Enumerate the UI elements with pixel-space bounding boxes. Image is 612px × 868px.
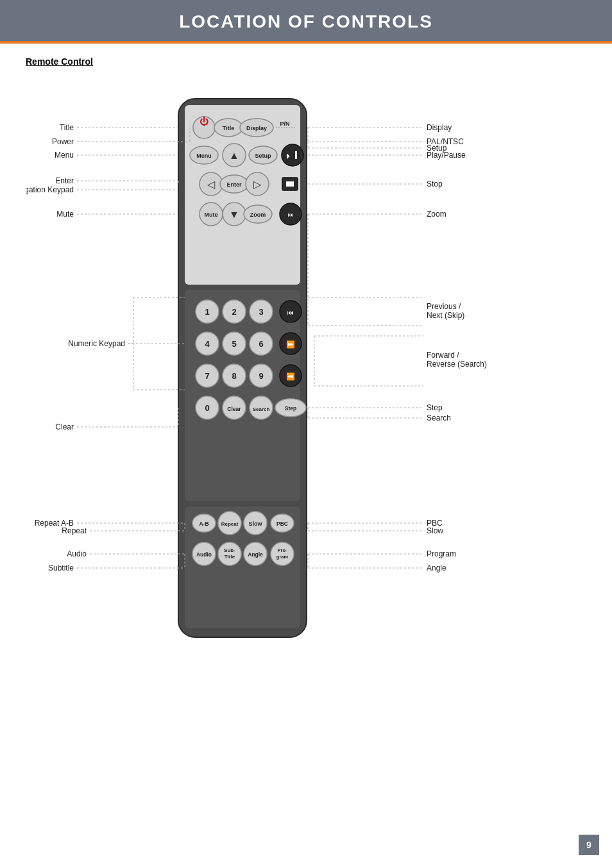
svg-text:Zoom: Zoom xyxy=(427,210,446,219)
content-area: Remote Control ⏻ Title Display P/N Menu … xyxy=(0,44,612,676)
svg-text:P/N: P/N xyxy=(280,121,289,127)
svg-text:Stop: Stop xyxy=(427,179,443,188)
svg-text:gram: gram xyxy=(276,554,289,560)
svg-text:▲: ▲ xyxy=(229,150,239,161)
svg-text:3: 3 xyxy=(259,307,263,317)
svg-text:▷: ▷ xyxy=(253,179,262,190)
svg-text:1: 1 xyxy=(205,307,209,317)
svg-text:Title: Title xyxy=(60,123,74,132)
svg-text:Play/Pause: Play/Pause xyxy=(427,151,466,160)
svg-text:8: 8 xyxy=(232,371,236,381)
svg-text:Clear: Clear xyxy=(55,422,74,431)
svg-text:▼: ▼ xyxy=(229,209,239,220)
svg-rect-25 xyxy=(286,181,294,187)
svg-text:Angle: Angle xyxy=(427,563,446,572)
svg-text:Slow: Slow xyxy=(248,521,262,527)
svg-text:Step: Step xyxy=(285,405,296,412)
svg-text:Menu: Menu xyxy=(196,153,212,159)
svg-text:⏮: ⏮ xyxy=(287,309,294,316)
remote-diagram: ⏻ Title Display P/N Menu ▲ Setup ⏵❙ ◁ En… xyxy=(26,86,586,663)
svg-text:Slow: Slow xyxy=(427,526,443,535)
svg-text:5: 5 xyxy=(232,339,236,349)
svg-text:Clear: Clear xyxy=(227,406,241,412)
svg-text:Mute: Mute xyxy=(56,210,74,219)
svg-text:Menu: Menu xyxy=(55,151,74,160)
svg-text:Enter: Enter xyxy=(55,176,74,185)
svg-text:Program: Program xyxy=(427,549,456,558)
svg-text:Reverse (Search): Reverse (Search) xyxy=(427,360,487,369)
svg-text:Pro-: Pro- xyxy=(278,547,288,553)
svg-text:Search: Search xyxy=(253,406,270,412)
page-title: LOCATION OF CONTROLS xyxy=(0,12,612,32)
svg-text:Sub-: Sub- xyxy=(224,547,235,553)
svg-text:◁: ◁ xyxy=(207,179,216,190)
svg-text:Audio: Audio xyxy=(67,549,87,558)
svg-text:Repeat: Repeat xyxy=(221,521,239,527)
svg-text:Zoom: Zoom xyxy=(250,212,266,218)
svg-text:Title: Title xyxy=(223,125,234,131)
svg-text:Angle: Angle xyxy=(248,551,263,558)
svg-text:⏭: ⏭ xyxy=(288,212,294,218)
svg-text:Forward /: Forward / xyxy=(427,351,459,360)
svg-text:Setup: Setup xyxy=(255,153,271,159)
svg-text:0: 0 xyxy=(205,403,209,413)
svg-text:Enter: Enter xyxy=(226,181,242,188)
section-title: Remote Control xyxy=(26,56,586,67)
svg-text:Numeric Keypad: Numeric Keypad xyxy=(68,339,125,348)
svg-text:Previous /: Previous / xyxy=(427,302,461,311)
page-number: 9 xyxy=(579,835,599,855)
svg-text:Audio: Audio xyxy=(196,551,212,558)
svg-text:4: 4 xyxy=(205,339,210,349)
svg-text:Display: Display xyxy=(246,125,267,131)
svg-text:2: 2 xyxy=(232,307,236,317)
svg-text:Mute: Mute xyxy=(205,212,218,218)
svg-text:⏵❙: ⏵❙ xyxy=(285,151,300,160)
svg-text:Next (Skip): Next (Skip) xyxy=(427,311,464,320)
svg-text:⏪: ⏪ xyxy=(286,372,295,381)
svg-text:Subtitle: Subtitle xyxy=(48,563,74,572)
svg-text:Search: Search xyxy=(427,413,451,422)
svg-text:9: 9 xyxy=(259,371,263,381)
svg-text:PBC: PBC xyxy=(276,521,288,527)
svg-text:Power: Power xyxy=(52,137,74,146)
svg-text:Display: Display xyxy=(427,123,452,132)
svg-text:Step: Step xyxy=(427,403,443,412)
svg-text:⏻: ⏻ xyxy=(200,116,208,126)
svg-text:⏩: ⏩ xyxy=(286,340,295,349)
svg-text:A-B: A-B xyxy=(199,521,208,527)
svg-text:6: 6 xyxy=(259,339,263,349)
page-header: LOCATION OF CONTROLS xyxy=(0,0,612,41)
svg-text:Navigation Keypad: Navigation Keypad xyxy=(26,185,74,194)
svg-text:Title: Title xyxy=(225,554,235,560)
svg-text:7: 7 xyxy=(205,371,209,381)
svg-text:Repeat: Repeat xyxy=(62,526,87,535)
